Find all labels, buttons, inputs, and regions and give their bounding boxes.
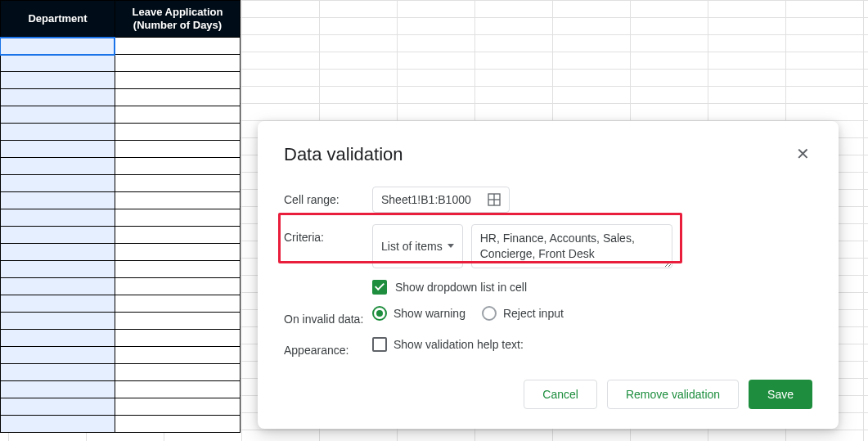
dialog-header: Data validation ✕ (284, 144, 812, 165)
cell[interactable] (0, 330, 115, 347)
column-department: Department (0, 0, 115, 433)
radio-reject-input[interactable]: Reject input (482, 306, 564, 321)
help-text-label: Show validation help text: (394, 338, 524, 351)
cell[interactable] (0, 209, 115, 227)
cell[interactable] (0, 124, 115, 141)
cell[interactable] (115, 175, 241, 192)
remove-validation-button[interactable]: Remove validation (607, 380, 739, 409)
appearance-label: Appearance: (284, 337, 372, 357)
cell[interactable] (0, 381, 115, 398)
show-dropdown-label: Show dropdown list in cell (395, 281, 527, 294)
cell-range-row: Cell range: Sheet1!B1:B1000 (284, 187, 812, 213)
cell[interactable] (0, 227, 115, 244)
criteria-type-label: List of items (381, 240, 443, 253)
cell[interactable] (115, 244, 241, 261)
on-invalid-row: On invalid data: Show warning Reject inp… (284, 306, 812, 326)
criteria-row: Criteria: List of items (284, 224, 812, 268)
cell[interactable] (0, 364, 115, 381)
save-button[interactable]: Save (749, 380, 812, 409)
cell[interactable] (0, 106, 115, 124)
criteria-label: Criteria: (284, 224, 372, 244)
appearance-row: Appearance: Show validation help text: (284, 337, 812, 357)
on-invalid-label: On invalid data: (284, 306, 372, 326)
cell[interactable] (115, 38, 241, 55)
help-text-option[interactable]: Show validation help text: (372, 337, 524, 352)
radio-reject-input-label: Reject input (503, 307, 564, 320)
cell[interactable] (0, 38, 115, 55)
cell[interactable] (0, 278, 115, 295)
cell[interactable] (115, 72, 241, 89)
cell[interactable] (0, 416, 115, 433)
criteria-items-input[interactable] (471, 224, 672, 268)
cell[interactable] (0, 55, 115, 72)
cell[interactable] (115, 364, 241, 381)
cell[interactable] (115, 398, 241, 416)
dialog-title: Data validation (284, 144, 403, 165)
header-leave-app: Leave Application (Number of Days) (115, 0, 241, 38)
cell[interactable] (115, 124, 241, 141)
radio-reject-input-indicator (482, 306, 497, 321)
header-department: Department (0, 0, 115, 38)
help-text-checkbox[interactable] (372, 337, 387, 352)
close-icon[interactable]: ✕ (793, 144, 812, 164)
cell[interactable] (115, 278, 241, 295)
chevron-down-icon (447, 244, 454, 248)
cell[interactable] (115, 313, 241, 330)
cell[interactable] (0, 313, 115, 330)
show-dropdown-row[interactable]: Show dropdown list in cell (372, 280, 812, 295)
cell[interactable] (115, 55, 241, 72)
data-columns: Department Leave Application (Number of … (0, 0, 241, 433)
select-range-icon[interactable] (488, 193, 501, 206)
cell[interactable] (0, 398, 115, 416)
cell[interactable] (115, 227, 241, 244)
cell[interactable] (0, 89, 115, 106)
data-validation-dialog: Data validation ✕ Cell range: Sheet1!B1:… (258, 121, 839, 429)
cell[interactable] (115, 209, 241, 227)
cell[interactable] (0, 175, 115, 192)
radio-show-warning-label: Show warning (394, 307, 465, 320)
cell[interactable] (0, 72, 115, 89)
cell[interactable] (115, 141, 241, 158)
show-dropdown-checkbox[interactable] (372, 280, 387, 295)
radio-show-warning-indicator (372, 306, 387, 321)
cell[interactable] (0, 261, 115, 278)
cell[interactable] (0, 192, 115, 209)
cell[interactable] (115, 416, 241, 433)
cell-range-value: Sheet1!B1:B1000 (381, 193, 471, 206)
cell-range-label: Cell range: (284, 187, 372, 206)
cell-range-input[interactable]: Sheet1!B1:B1000 (372, 187, 510, 213)
criteria-type-select[interactable]: List of items (372, 224, 463, 268)
cancel-button[interactable]: Cancel (524, 380, 597, 409)
cell[interactable] (115, 158, 241, 175)
cell[interactable] (115, 347, 241, 364)
cell[interactable] (0, 295, 115, 313)
radio-show-warning[interactable]: Show warning (372, 306, 465, 321)
cell[interactable] (115, 295, 241, 313)
cell[interactable] (115, 261, 241, 278)
cell[interactable] (115, 330, 241, 347)
cell[interactable] (115, 89, 241, 106)
cell[interactable] (0, 244, 115, 261)
cell[interactable] (115, 106, 241, 124)
cell[interactable] (0, 347, 115, 364)
cell[interactable] (115, 192, 241, 209)
cell[interactable] (0, 158, 115, 175)
cell[interactable] (115, 381, 241, 398)
column-leave-app: Leave Application (Number of Days) (115, 0, 241, 433)
dialog-footer: Cancel Remove validation Save (284, 380, 812, 409)
cell[interactable] (0, 141, 115, 158)
